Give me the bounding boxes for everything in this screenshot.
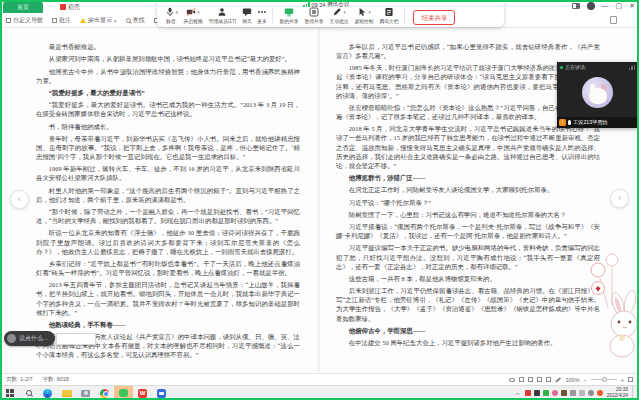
doc-paragraph: “我爱好挺多，最大的爱好是读书。读书已成为我的一种生活方式。”2013 年 3 … bbox=[36, 100, 300, 118]
members-icon bbox=[217, 7, 227, 17]
eye-protection-icon[interactable] bbox=[509, 378, 515, 382]
taskbar-file-explorer[interactable] bbox=[57, 386, 76, 400]
chevron-down-icon[interactable]: ▾ bbox=[368, 9, 371, 15]
quick-chat-bar[interactable]: 说点什么... bbox=[4, 331, 96, 346]
restore-button[interactable]: ▢ bbox=[616, 0, 623, 12]
account-avatar[interactable] bbox=[587, 2, 595, 10]
chevron-down-icon[interactable]: ▾ bbox=[176, 9, 179, 15]
zoom-slider[interactable] bbox=[591, 379, 617, 380]
doc-paragraph: 1969 年新年刚过，辗转火车、卡车、徒步，不到 16 岁的习近平，从北京来到陕… bbox=[36, 164, 300, 182]
emoji-icon[interactable] bbox=[7, 334, 16, 343]
speaking-indicator-icon bbox=[560, 66, 563, 69]
doc-paragraph: 最是书香能致远。 bbox=[36, 42, 300, 51]
system-tray bbox=[525, 390, 603, 396]
reading-layout-icon[interactable] bbox=[572, 3, 580, 9]
zoom-level: 100% bbox=[565, 377, 579, 383]
mute-button[interactable]: ▾ 静音 bbox=[162, 7, 181, 24]
pen-tool-icon[interactable] bbox=[556, 377, 562, 382]
remote-control-button[interactable]: ▾ 远程控制 bbox=[351, 7, 376, 24]
annotation-icon bbox=[332, 7, 342, 17]
more-button[interactable]: 更多 bbox=[254, 7, 269, 24]
participant-name-bar: ! 工设213毕秀怡 bbox=[557, 117, 638, 128]
document-canvas[interactable]: 最是书香能致远。 从梁家河到中南海，从躬耕基层到领航中国，读书始终是习近平总书记… bbox=[0, 28, 639, 373]
meeting-video-panel[interactable]: 正在讲话: ! 工设213毕秀怡 bbox=[557, 62, 638, 128]
scroll-view-icon[interactable] bbox=[528, 377, 533, 382]
page-count: 页数: 1-2/7 bbox=[6, 376, 33, 383]
microphone-icon bbox=[165, 7, 175, 17]
doc-paragraph: 在中法建交 50 周年纪念大会上，习近平提到诸多对他产生过影响的著作。 bbox=[336, 338, 600, 347]
next-page-button[interactable]: › bbox=[610, 189, 629, 208]
doc-paragraph: 在河北正定工作时，同陆树棠等友人谈论俄国文学，大家聊到托尔斯泰。 bbox=[336, 185, 600, 194]
tray-icon-green[interactable] bbox=[543, 390, 549, 396]
tray-icon-briefcase[interactable] bbox=[561, 390, 567, 396]
network-icon[interactable] bbox=[579, 390, 585, 396]
tencent-docs-button[interactable]: 腾讯文档 bbox=[376, 7, 401, 24]
tray-icon-dark[interactable] bbox=[534, 390, 540, 396]
taskbar-search-button[interactable] bbox=[19, 386, 38, 400]
taskbar-tencent-meeting[interactable] bbox=[152, 386, 171, 400]
doc-paragraph: 2013 年五四青年节，参加主题团日活动时，总书记又谈起当年情景：“上山放羊，我… bbox=[36, 280, 300, 316]
doc-paragraph: 从梁家河到中南海，从躬耕基层到领航中国，读书始终是习近平总书记“最大的爱好”。 bbox=[36, 54, 300, 63]
taskbar-clock[interactable]: 20:33 2022/4/24 bbox=[607, 387, 628, 398]
tencent-meeting-icon bbox=[157, 389, 166, 398]
doc-section-heading: “我爱好挺多，最大的爱好是读书” bbox=[36, 88, 300, 97]
tray-icon-pink[interactable] bbox=[552, 390, 558, 396]
toolbar-item-comment[interactable]: 批注 bbox=[52, 16, 71, 25]
previous-page-button[interactable]: ‹ bbox=[10, 190, 29, 209]
hand-raised-icon: ! bbox=[559, 119, 566, 126]
sidebar-toggle-icon[interactable] bbox=[610, 16, 617, 24]
more-icon bbox=[257, 7, 267, 17]
tab-docer[interactable]: 稻壳 bbox=[55, 2, 85, 13]
tab-home[interactable]: 首页 bbox=[3, 2, 43, 13]
zoom-slider-knob[interactable] bbox=[602, 377, 607, 382]
end-share-button[interactable]: 结束共享 bbox=[413, 10, 455, 25]
close-button[interactable]: ✕ bbox=[629, 0, 635, 12]
chat-button[interactable]: 聊天 bbox=[239, 7, 254, 24]
taskbar-wechat-active[interactable] bbox=[114, 386, 133, 400]
doc-paragraph: 村里人对他的第一印象是，“这个瘦高的后生有两个很沉的箱子”。直到与习近平相熟了之… bbox=[36, 186, 300, 204]
tray-icon-red[interactable] bbox=[525, 390, 531, 396]
zoom-in-button[interactable]: + bbox=[621, 377, 624, 383]
doc-paragraph: 习近平说：“哪个托尔斯泰？” bbox=[336, 198, 600, 207]
chevron-down-icon: ▾ bbox=[114, 18, 117, 24]
taskbar-chrome[interactable] bbox=[95, 386, 114, 400]
navigation-icon bbox=[6, 18, 11, 23]
tray-icon-security[interactable] bbox=[597, 390, 603, 396]
toolbar-item-highlight[interactable]: 突出显示▾ bbox=[80, 16, 117, 25]
taskbar-wps[interactable]: W bbox=[133, 386, 152, 400]
rabbit-illustration bbox=[574, 238, 639, 358]
taskbar-edge[interactable] bbox=[38, 386, 57, 400]
doc-paragraph: 习近平接着说：“俄国有两个托尔斯泰，一个是列夫·托尔斯泰，写过《战争与和平》《安… bbox=[336, 222, 600, 240]
show-desktop-button[interactable] bbox=[632, 386, 635, 400]
chevron-down-icon[interactable]: ▾ bbox=[197, 9, 200, 15]
speaker-icon[interactable] bbox=[570, 390, 576, 396]
double-page-view-icon[interactable] bbox=[537, 377, 542, 382]
taskbar-camera[interactable] bbox=[76, 386, 95, 400]
minimize-button[interactable]: — bbox=[602, 0, 609, 12]
pause-share-button[interactable]: 暂停共享 bbox=[301, 7, 326, 24]
doc-paragraph: 乡亲们记得：“近平炕上都是书”“有时吃饭也拿着书”。干了一天活后，晚上他还点着煤… bbox=[36, 259, 300, 277]
window-controls: — ▢ ✕ bbox=[572, 0, 636, 12]
start-button[interactable] bbox=[0, 386, 19, 400]
book-view-icon[interactable] bbox=[546, 377, 551, 382]
settings-gear-icon[interactable] bbox=[588, 390, 594, 396]
tray-expand-icon[interactable]: ︿ bbox=[515, 389, 521, 398]
new-share-button[interactable]: 新的共享 bbox=[276, 7, 301, 24]
fullscreen-icon[interactable] bbox=[628, 377, 633, 382]
start-video-button[interactable]: ▾ 开启视频 bbox=[181, 7, 206, 24]
chat-icon bbox=[242, 7, 252, 17]
zoom-out-button[interactable]: − bbox=[584, 377, 587, 383]
toolbar-item-find[interactable]: 查找 bbox=[126, 16, 145, 25]
toolbar-item-navigation[interactable]: 自定义导航 bbox=[6, 16, 43, 25]
doc-paragraph: 后来到浙江工作，习近平仍然保留着读县志、看古籍、品经典的习惯。在《浙江日报》撰写… bbox=[336, 286, 600, 322]
single-page-view-icon[interactable] bbox=[519, 377, 524, 382]
doc-section-heading: 他熟读经典，手不释卷—— bbox=[36, 320, 300, 329]
folder-icon bbox=[62, 390, 72, 397]
annotation-button[interactable]: ▾ 互动批注 bbox=[326, 7, 351, 24]
camera-off-icon bbox=[186, 7, 196, 17]
manage-members-button[interactable]: 管理成员(17) bbox=[206, 7, 240, 24]
chevron-down-icon[interactable]: ▾ bbox=[343, 9, 346, 15]
participant-name: 工设213毕秀怡 bbox=[573, 119, 608, 126]
tab-docer-label: 稻壳 bbox=[68, 3, 80, 12]
windows-taskbar: W ︿ 20:33 2022/4/24 bbox=[0, 385, 639, 400]
